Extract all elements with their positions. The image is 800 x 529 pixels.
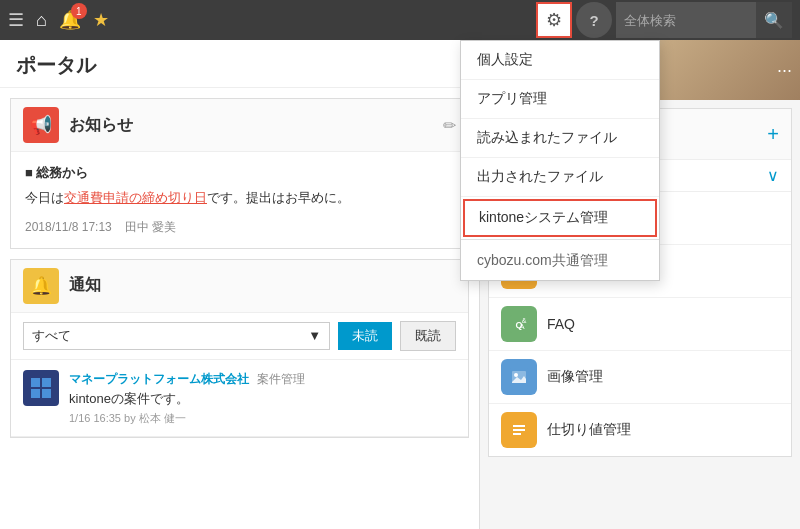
app-icon-svg xyxy=(29,376,53,400)
read-button[interactable]: 既読 xyxy=(400,321,456,351)
announcement-meta: 2018/11/8 17:13 田中 愛美 xyxy=(25,219,454,236)
image-app-icon xyxy=(501,359,537,395)
notification-filter: すべて ▼ 未読 既読 xyxy=(11,313,468,360)
notification-title: 通知 xyxy=(69,275,456,296)
apps-filter-arrow-icon[interactable]: ∨ xyxy=(767,166,779,185)
app-item-image[interactable]: 画像管理 xyxy=(489,351,791,404)
app-item-faq[interactable]: Q & A FAQ xyxy=(489,298,791,351)
announcement-text-before: 今日は xyxy=(25,190,64,205)
svg-rect-0 xyxy=(31,378,40,387)
svg-rect-3 xyxy=(42,389,51,398)
notification-badge: 1 xyxy=(71,3,87,19)
gear-button[interactable]: ⚙ xyxy=(536,2,572,38)
notif-app-name[interactable]: マネープラットフォーム株式会社 xyxy=(69,372,249,386)
announcement-text-after: です。提出はお早めに。 xyxy=(207,190,350,205)
search-button[interactable]: 🔍 xyxy=(756,2,792,38)
home-icon[interactable]: ⌂ xyxy=(36,10,47,31)
filter-label: すべて xyxy=(32,327,71,345)
search-input[interactable] xyxy=(616,13,756,28)
dropdown-menu: 個人設定 アプリ管理 読み込まれたファイル 出力されたファイル kintoneシ… xyxy=(460,40,660,281)
notif-message: kintoneの案件です。 xyxy=(69,390,456,408)
notification-icon[interactable]: 🔔 1 xyxy=(59,9,81,31)
dropdown-item-kintone-admin[interactable]: kintoneシステム管理 xyxy=(463,199,657,237)
portal-title: ポータル xyxy=(16,54,96,76)
announcement-date: 2018/11/8 17:13 xyxy=(25,220,112,234)
announcement-author: 田中 愛美 xyxy=(125,220,176,234)
app-name-image: 画像管理 xyxy=(547,368,603,386)
dropdown-chevron-icon: ▼ xyxy=(308,328,321,343)
svg-rect-1 xyxy=(42,378,51,387)
svg-rect-21 xyxy=(513,429,525,431)
svg-rect-20 xyxy=(513,425,525,427)
nav-right: ⚙ ? 🔍 xyxy=(536,2,792,38)
svg-text:A: A xyxy=(519,322,525,331)
announcement-section: 📢 お知らせ ✏ 総務から 今日は交通費申請の締め切り日です。提出はお早めに。 … xyxy=(10,98,469,249)
announcement-header: 📢 お知らせ ✏ xyxy=(11,99,468,152)
dropdown-item-cybozu-admin[interactable]: cybozu.com共通管理 xyxy=(461,242,659,280)
main-area: ポータル 📢 お知らせ ✏ 総務から 今日は交通費申請の締め切り日です。提出はお… xyxy=(0,40,800,529)
notif-meta: 1/16 16:35 by 松本 健一 xyxy=(69,411,456,426)
announcement-icon: 📢 xyxy=(23,107,59,143)
svg-rect-22 xyxy=(513,433,521,435)
notif-sub-name: 案件管理 xyxy=(257,372,305,386)
portal-header: ポータル xyxy=(0,40,479,88)
app-item-shikiri2[interactable]: 仕切り値管理 xyxy=(489,404,791,456)
help-button[interactable]: ? xyxy=(576,2,612,38)
unread-button[interactable]: 未読 xyxy=(338,322,392,350)
dropdown-divider xyxy=(461,239,659,240)
gear-icon: ⚙ xyxy=(546,9,562,31)
dropdown-item-personal[interactable]: 個人設定 xyxy=(461,41,659,80)
right-panel-dots[interactable]: ··· xyxy=(777,60,792,81)
announcement-edit-icon[interactable]: ✏ xyxy=(443,116,456,135)
announcement-highlight: 交通費申請の締め切り日 xyxy=(64,190,207,205)
announcement-heading: 総務から xyxy=(25,164,454,182)
notification-app-icon xyxy=(23,370,59,406)
notification-section: 🔔 通知 すべて ▼ 未読 既読 xyxy=(10,259,469,438)
top-nav: ☰ ⌂ 🔔 1 ★ ⚙ ? 🔍 xyxy=(0,0,800,40)
announcement-body: 総務から 今日は交通費申請の締め切り日です。提出はお早めに。 2018/11/8… xyxy=(11,152,468,248)
help-icon: ? xyxy=(589,12,598,29)
app-name-shikiri2: 仕切り値管理 xyxy=(547,421,631,439)
announcement-title: お知らせ xyxy=(69,115,443,136)
menu-icon[interactable]: ☰ xyxy=(8,9,24,31)
svg-point-18 xyxy=(514,373,518,377)
notification-filter-dropdown[interactable]: すべて ▼ xyxy=(23,322,330,350)
apps-add-button[interactable]: + xyxy=(767,123,779,146)
search-icon: 🔍 xyxy=(764,11,784,30)
app-name-faq: FAQ xyxy=(547,316,575,332)
notification-header: 🔔 通知 xyxy=(11,260,468,313)
svg-rect-2 xyxy=(31,389,40,398)
notification-content: マネープラットフォーム株式会社 案件管理 kintoneの案件です。 1/16 … xyxy=(69,370,456,426)
announcement-text: 今日は交通費申請の締め切り日です。提出はお早めに。 xyxy=(25,188,454,209)
notification-item: マネープラットフォーム株式会社 案件管理 kintoneの案件です。 1/16 … xyxy=(11,360,468,437)
dropdown-item-app-mgmt[interactable]: アプリ管理 xyxy=(461,80,659,119)
dropdown-item-exported-files[interactable]: 出力されたファイル xyxy=(461,158,659,197)
left-panel: ポータル 📢 お知らせ ✏ 総務から 今日は交通費申請の締め切り日です。提出はお… xyxy=(0,40,480,529)
dropdown-item-imported-files[interactable]: 読み込まれたファイル xyxy=(461,119,659,158)
search-bar: 🔍 xyxy=(616,2,792,38)
shikiri2-app-icon xyxy=(501,412,537,448)
notification-icon-box: 🔔 xyxy=(23,268,59,304)
nav-left: ☰ ⌂ 🔔 1 ★ xyxy=(8,9,536,31)
star-icon[interactable]: ★ xyxy=(93,9,109,31)
faq-app-icon: Q & A xyxy=(501,306,537,342)
